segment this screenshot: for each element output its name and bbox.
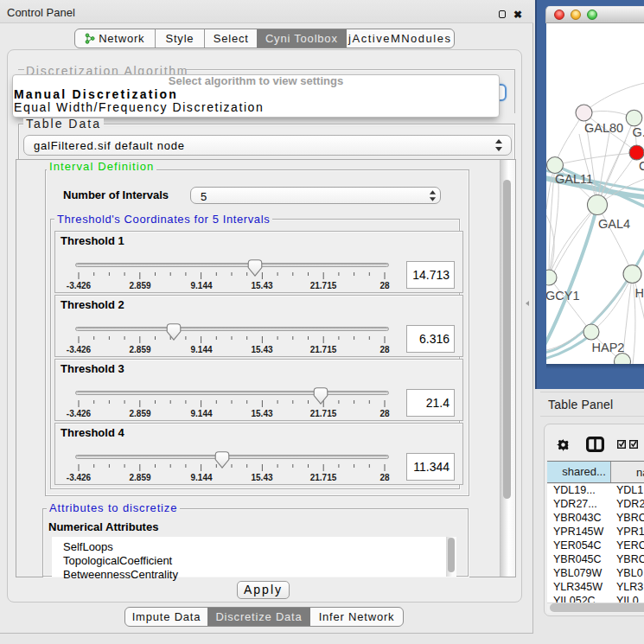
svg-text:GCY1: GCY1 [546, 289, 580, 303]
svg-text:GAL11: GAL11 [555, 172, 593, 186]
svg-text:C: C [639, 159, 644, 173]
svg-text:HAP2: HAP2 [592, 341, 625, 354]
svg-text:G.: G. [633, 125, 644, 139]
svg-text:GAL80: GAL80 [584, 121, 623, 135]
svg-text:GAL4: GAL4 [598, 217, 630, 231]
svg-text:H: H [635, 286, 644, 300]
